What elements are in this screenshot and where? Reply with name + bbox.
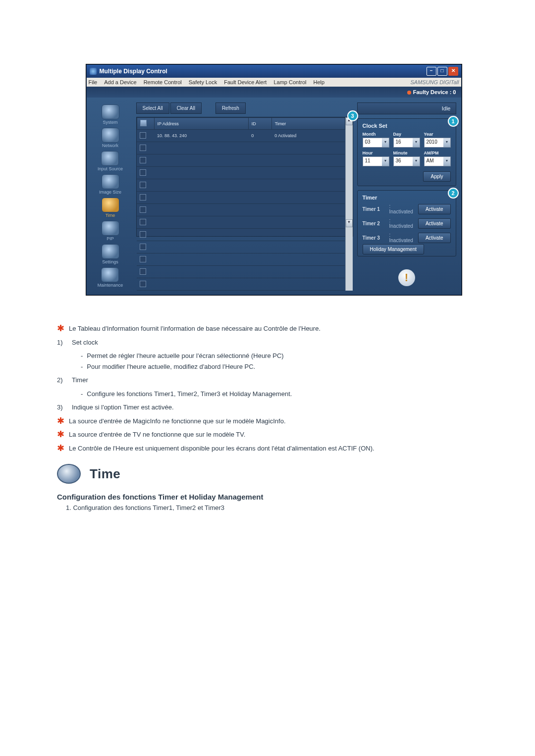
- close-button[interactable]: ✕: [448, 67, 458, 76]
- minimize-button[interactable]: –: [427, 67, 436, 76]
- timer-1-activate-button[interactable]: Activate: [418, 204, 451, 214]
- row-checkbox[interactable]: [140, 145, 146, 151]
- doc-subline: Configure les fonctions Timer1, Timer2, …: [81, 389, 490, 399]
- select-day[interactable]: 16▾: [393, 138, 420, 148]
- select-all-button[interactable]: Select All: [136, 102, 169, 114]
- star-bullet-icon: ✱: [57, 324, 64, 333]
- menu-safety[interactable]: Safety Lock: [189, 79, 217, 85]
- row-checkbox[interactable]: [140, 182, 146, 188]
- select-year[interactable]: 2010▾: [424, 138, 451, 148]
- table-row[interactable]: [137, 154, 345, 167]
- doc-text: Timer: [72, 375, 88, 385]
- label-year: Year: [424, 132, 451, 137]
- refresh-button[interactable]: Refresh: [215, 102, 246, 114]
- doc-block: 2)Timer: [57, 375, 490, 385]
- sidebar-label: Settings: [102, 259, 118, 264]
- star-bullet-icon: ✱: [57, 416, 64, 425]
- table-row[interactable]: [137, 278, 345, 291]
- sidebar-label: Maintenance: [98, 283, 123, 288]
- col-ip[interactable]: IP Address: [154, 118, 248, 130]
- select-hour[interactable]: 11▾: [363, 156, 389, 166]
- sidebar-item-maintenance[interactable]: Maintenance: [98, 267, 123, 288]
- doc-text: 1. Configuration des fonctions Timer1, T…: [66, 504, 490, 511]
- timer-2-activate-button[interactable]: Activate: [418, 218, 451, 229]
- table-row[interactable]: [137, 216, 345, 229]
- apply-button[interactable]: Apply: [423, 171, 450, 182]
- select-month[interactable]: 03▾: [363, 138, 389, 148]
- menu-bar: File Add a Device Remote Control Safety …: [87, 78, 461, 87]
- row-checkbox[interactable]: [140, 132, 146, 139]
- table-row[interactable]: [137, 192, 345, 204]
- row-checkbox[interactable]: [140, 194, 146, 201]
- maximize-button[interactable]: □: [437, 67, 447, 76]
- doc-subline: Pour modifier l'heure actuelle, modifiez…: [81, 362, 490, 372]
- row-checkbox[interactable]: [140, 206, 146, 213]
- table-row[interactable]: [137, 253, 345, 266]
- sidebar-label: System: [103, 120, 117, 125]
- scroll-down-button[interactable]: ▼: [346, 219, 353, 227]
- row-checkbox[interactable]: [140, 169, 146, 176]
- row-checkbox[interactable]: [140, 231, 146, 238]
- row-checkbox[interactable]: [140, 256, 146, 262]
- warning-footer: !: [357, 269, 456, 286]
- sidebar-item-settings[interactable]: Settings: [102, 244, 119, 264]
- callout-3: 3: [347, 110, 358, 121]
- system-icon: [102, 104, 119, 119]
- faulty-device-label[interactable]: Faulty Device : 0: [407, 89, 456, 95]
- table-row[interactable]: [137, 241, 345, 253]
- clock-set-panel: 1 Clock Set Month03▾ Day16▾ Year2010▾ Ho…: [357, 118, 456, 186]
- brand-label: SAMSUNG DIGITall: [410, 79, 459, 85]
- menu-file[interactable]: File: [89, 79, 98, 85]
- table-row[interactable]: [137, 229, 345, 241]
- menu-lamp[interactable]: Lamp Control: [273, 79, 306, 85]
- timer-3-status: : Inactivated: [389, 232, 415, 243]
- menu-fault[interactable]: Fault Device Alert: [224, 79, 267, 85]
- clear-all-button[interactable]: Clear All: [170, 102, 202, 114]
- check-all[interactable]: [140, 120, 147, 126]
- sidebar-item-pip[interactable]: PIP: [102, 221, 119, 241]
- cell-id: 0: [248, 130, 271, 142]
- callout-2: 2: [448, 188, 459, 199]
- select-minute[interactable]: 36▾: [393, 156, 420, 166]
- timer-row-3: Timer 3 : Inactivated Activate: [363, 232, 451, 243]
- pip-icon: [102, 221, 119, 236]
- col-check[interactable]: [137, 118, 154, 130]
- sidebar-item-input-source[interactable]: Input Source: [98, 151, 123, 171]
- sidebar-item-image-size[interactable]: Image Size: [99, 174, 121, 195]
- menu-remote[interactable]: Remote Control: [144, 79, 182, 85]
- col-timer[interactable]: Timer: [271, 118, 345, 130]
- toolbar: Select All Clear All Refresh 3: [136, 102, 353, 114]
- doc-text: La source d'entrée de MagicInfo ne fonct…: [69, 416, 286, 426]
- doc-text: Le Tableau d'Information fournit l'infor…: [69, 324, 321, 334]
- table-row[interactable]: [137, 204, 345, 216]
- sidebar-label: PIP: [107, 236, 114, 241]
- table-row[interactable]: 10. 88. 43. 240 0 0 Activated: [137, 130, 345, 142]
- doc-subline: Permet de régler l'heure actuelle pour l…: [81, 351, 490, 361]
- col-id[interactable]: ID: [248, 118, 271, 130]
- row-checkbox[interactable]: [140, 268, 146, 275]
- scrollbar[interactable]: ▲ ▼: [345, 117, 353, 291]
- row-checkbox[interactable]: [140, 219, 146, 225]
- table-row[interactable]: [137, 142, 345, 154]
- table-row[interactable]: [137, 179, 345, 192]
- row-checkbox[interactable]: [140, 244, 146, 250]
- timer-2-label: Timer 2: [363, 221, 386, 226]
- input-source-icon: [101, 151, 119, 166]
- sidebar-item-network[interactable]: Network: [102, 128, 119, 148]
- row-checkbox[interactable]: [140, 281, 146, 287]
- settings-icon: [102, 244, 119, 259]
- subheading: Configuration des fonctions Timer et Hol…: [57, 493, 490, 501]
- table-row[interactable]: [137, 266, 345, 278]
- menu-help[interactable]: Help: [313, 79, 324, 85]
- select-ampm[interactable]: AM▾: [424, 156, 451, 166]
- menu-add-device[interactable]: Add a Device: [104, 79, 136, 85]
- sidebar: System Network Input Source Image Size T…: [89, 102, 132, 288]
- window-title: Multiple Display Control: [100, 68, 424, 75]
- doc-number: 3): [57, 403, 67, 412]
- table-row[interactable]: [137, 167, 345, 179]
- timer-3-activate-button[interactable]: Activate: [418, 233, 451, 243]
- sidebar-item-system[interactable]: System: [102, 104, 119, 125]
- sidebar-item-time[interactable]: Time: [102, 198, 119, 218]
- row-checkbox[interactable]: [140, 157, 146, 163]
- holiday-management-button[interactable]: Holiday Management: [363, 244, 425, 254]
